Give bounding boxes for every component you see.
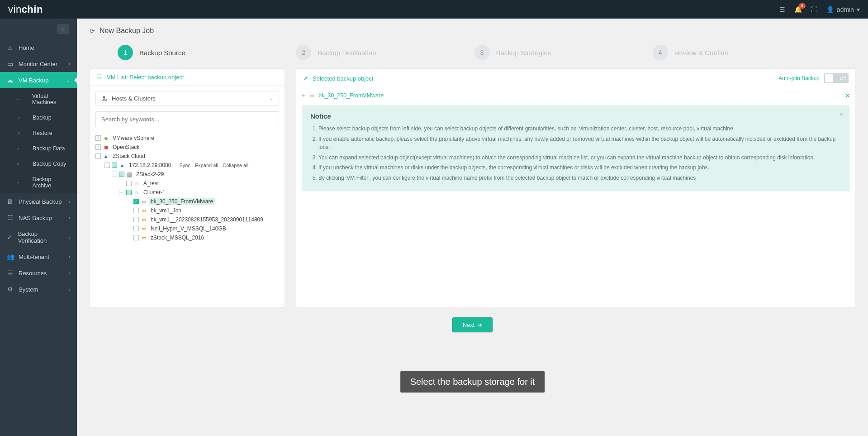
notice-title: Notice	[310, 112, 841, 120]
autojoin-toggle[interactable]: Off	[824, 73, 849, 83]
sidebar-sub-backup-archive[interactable]: ▫Backup Archive	[0, 172, 77, 193]
logo: vinchin	[8, 4, 43, 15]
dot-icon: ○	[17, 115, 24, 120]
tree-node-ip[interactable]: −▲172.18.2.29:8080 Sync Expand all Colla…	[95, 161, 279, 170]
collapse-toggle[interactable]: −	[95, 153, 101, 159]
refresh-icon[interactable]: ⟳	[90, 27, 95, 34]
collapse-toggle[interactable]: −	[104, 163, 110, 168]
cluster-icon: ⌂	[133, 180, 140, 187]
sync-action[interactable]: Sync	[179, 163, 190, 168]
vm-icon: ▭	[141, 207, 147, 214]
scope-select[interactable]: 🖧 Hosts & Clusters ⌄	[95, 91, 279, 106]
tree-node-vm[interactable]: ▭zStack_MSSQL_2016	[95, 233, 279, 242]
expand-toggle[interactable]: +	[95, 135, 101, 141]
sidebar-item-backup-verification[interactable]: ✓Backup Verification‹	[0, 226, 77, 249]
sidebar-label: Backup Data	[33, 145, 65, 152]
monitor-icon: ▭	[7, 60, 13, 67]
autojoin-label: Auto-join Backup	[778, 75, 820, 81]
tree-node-vm[interactable]: ✓▭bk_30_250_FromVMware	[95, 197, 279, 206]
wizard-step-1[interactable]: 1Backup Source	[118, 45, 292, 60]
tree-checkbox[interactable]	[119, 172, 124, 177]
close-notice-button[interactable]: ×	[840, 110, 844, 119]
notice-item: Please select backup objects from left s…	[318, 125, 841, 133]
tree-checkbox[interactable]	[126, 190, 132, 195]
sidebar-item-monitor[interactable]: ▭Monitor Center‹	[0, 56, 77, 72]
sidebar-label: Backup Archive	[33, 176, 70, 189]
user-menu[interactable]: 👤 admin ▾	[826, 6, 860, 13]
sidebar-label: Backup Copy	[33, 161, 66, 167]
sidebar-item-system[interactable]: ⚙System‹	[0, 281, 77, 297]
tree-node-cluster1[interactable]: −⌂Cluster-1	[95, 188, 279, 197]
sidebar-item-multi-tenant[interactable]: 👥Multi-tenant‹	[0, 249, 77, 265]
chevron-down-icon: ⌄	[270, 96, 273, 101]
tree-node-host[interactable]: −🏢ZStack2-29	[95, 170, 279, 179]
toggle-state: Off	[840, 76, 846, 81]
chevron-icon: ‹	[69, 271, 70, 276]
wizard-steps: 1Backup Source 2Backup Destination 3Back…	[77, 40, 868, 68]
dot-icon: ▫	[17, 180, 24, 185]
tree-checkbox[interactable]	[133, 235, 139, 240]
step-number: 2	[296, 45, 311, 60]
sidebar-collapse-button[interactable]: ≡	[57, 24, 69, 34]
notice-item: You can expand selected backup object(ex…	[318, 153, 841, 162]
tree-checkbox[interactable]	[133, 226, 139, 231]
tree-checkbox[interactable]	[112, 163, 117, 168]
expand-icon[interactable]: +	[302, 92, 305, 99]
collapse-all-action[interactable]: Collapse all	[223, 163, 248, 168]
sidebar-item-nas-backup[interactable]: ☷NAS Backup‹	[0, 210, 77, 226]
page-header: ⟳ New Backup Job	[77, 19, 868, 40]
tree-node-vmware[interactable]: +◆VMware vSphere	[95, 134, 279, 143]
tree-node-vm[interactable]: ▭bk_vm1__20230828155953_20230901114809	[95, 215, 279, 224]
step-label: Review & Confirm	[674, 49, 729, 57]
expand-toggle[interactable]: +	[95, 144, 101, 150]
selected-vm-row: + ▭ bk_30_250_FromVMware ×	[296, 88, 855, 103]
dot-icon: ○	[17, 130, 24, 136]
tree-node-openstack[interactable]: +◼OpenStack	[95, 143, 279, 152]
notifications-icon[interactable]: 🔔9	[794, 6, 802, 13]
collapse-toggle[interactable]: −	[119, 190, 124, 195]
vm-icon: ☁	[7, 77, 13, 84]
step-label: Backup Destination	[318, 49, 376, 57]
expand-all-action[interactable]: Expand all	[195, 163, 218, 168]
tree-node-vm[interactable]: ▭bk_vm1_Jon	[95, 206, 279, 215]
sidebar-sub-virtual-machines[interactable]: ▫Virtual Machines	[0, 88, 77, 110]
sidebar-sub-backup-copy[interactable]: ▫Backup Copy	[0, 156, 77, 172]
tree-node-zstack[interactable]: −▲ZStack Cloud	[95, 152, 279, 161]
tree-node-vm[interactable]: ▭Neil_Hyper_V_MSSQL_140GB	[95, 224, 279, 233]
notice-item: By clicking 'VM Filter', you can configu…	[318, 174, 841, 182]
sidebar-item-resources[interactable]: ☰Resources‹	[0, 265, 77, 281]
tree-label: bk_vm1_Jon	[149, 207, 183, 214]
hosts-icon: 🖧	[101, 95, 107, 102]
wizard-step-2[interactable]: 2Backup Destination	[296, 45, 470, 60]
home-icon: ⌂	[7, 44, 13, 51]
topbar-list-icon[interactable]: ☰	[779, 6, 785, 13]
sidebar-item-physical-backup[interactable]: 🖥Physical Backup‹	[0, 193, 77, 210]
wizard-step-4[interactable]: 4Review & Confirm	[653, 45, 827, 60]
sidebar-item-vm-backup[interactable]: ☁VM Backup⌄	[0, 72, 77, 88]
vm-icon: ▭	[308, 92, 315, 99]
sidebar-item-home[interactable]: ⌂Home	[0, 39, 77, 56]
tree-checkbox[interactable]: ✓	[133, 199, 139, 204]
tree-label: Cluster-1	[142, 189, 167, 196]
tree-label: bk_30_250_FromVMware	[149, 198, 215, 205]
sidebar-sub-backup-data[interactable]: ▫Backup Data	[0, 141, 77, 156]
sidebar-sub-backup[interactable]: ○Backup	[0, 110, 77, 125]
collapse-toggle[interactable]: −	[112, 172, 117, 177]
step-number: 1	[118, 45, 133, 60]
tree-label: Neil_Hyper_V_MSSQL_140GB	[149, 225, 228, 232]
search-input[interactable]	[95, 111, 279, 127]
wizard-step-3[interactable]: 3Backup Strategies	[474, 45, 649, 60]
remove-selected-button[interactable]: ×	[846, 92, 849, 99]
step-label: Backup Strategies	[496, 49, 551, 57]
chevron-icon: ‹	[69, 235, 70, 240]
user-name: admin	[837, 6, 854, 13]
sidebar-label: Monitor Center	[19, 61, 57, 67]
tree-checkbox[interactable]	[126, 181, 132, 186]
fullscreen-icon[interactable]: ⛶	[811, 6, 817, 13]
sidebar-label: Backup	[33, 115, 52, 121]
sidebar-sub-restore[interactable]: ○Restore	[0, 125, 77, 141]
tree-node-atest[interactable]: ⌂A_test	[95, 179, 279, 188]
tree-checkbox[interactable]	[133, 208, 139, 213]
next-button[interactable]: Next ➔	[452, 317, 493, 332]
tree-checkbox[interactable]	[133, 217, 139, 222]
